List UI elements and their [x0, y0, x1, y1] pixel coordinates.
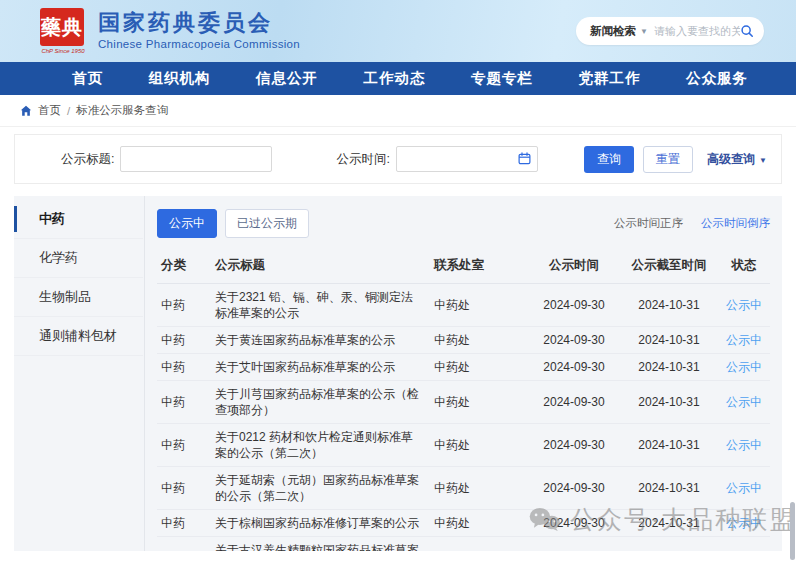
table-row: 中药 关于0212 药材和饮片检定通则标准草案的公示（第二次） 中药处 2024… — [157, 424, 770, 467]
main-panel: 中药 化学药 生物制品 通则辅料包材 公示中 已过公示期 公示时间正序 公示时间… — [14, 196, 782, 551]
row-status-link[interactable]: 公示中 — [726, 360, 762, 374]
row-deadline: 2024-10-31 — [620, 480, 718, 496]
row-deadline: 2024-10-31 — [620, 437, 718, 453]
row-publish-date: 2024-09-30 — [528, 550, 620, 551]
search-category-dropdown[interactable]: 新闻检索 — [590, 24, 636, 39]
row-status-link[interactable]: 公示中 — [726, 438, 762, 452]
sort-time-ascending[interactable]: 公示时间正序 — [614, 216, 683, 231]
scrollbar-thumb[interactable] — [790, 502, 795, 560]
seal-logo: 藥典 ChP Since 1950 — [40, 8, 86, 54]
row-office: 中药处 — [434, 480, 528, 496]
filter-time-input[interactable] — [396, 146, 538, 172]
nav-item-party-work[interactable]: 党群工作 — [579, 69, 641, 88]
row-office: 中药处 — [434, 332, 528, 348]
nav-item-work-news[interactable]: 工作动态 — [364, 69, 426, 88]
table-row: 中药 关于黄连国家药品标准草案的公示 中药处 2024-09-30 2024-1… — [157, 327, 770, 354]
row-category: 中药 — [157, 515, 215, 531]
row-deadline: 2024-10-31 — [620, 394, 718, 410]
advanced-search-link[interactable]: 高级查询▼ — [707, 151, 767, 168]
seal-icon: 藥典 — [40, 8, 84, 46]
site-title: 国家药典委员会 — [98, 10, 300, 36]
tab-in-publicity[interactable]: 公示中 — [157, 209, 217, 238]
row-status-link[interactable]: 公示中 — [726, 298, 762, 312]
row-publish-date: 2024-09-30 — [528, 437, 620, 453]
row-publish-date: 2024-09-30 — [528, 359, 620, 375]
main-nav: 首页 组织机构 信息公开 工作动态 专题专栏 党群工作 公众服务 — [0, 62, 796, 95]
seal-caption: ChP Since 1950 — [40, 48, 86, 54]
nav-item-special-topics[interactable]: 专题专栏 — [471, 69, 533, 88]
table-row: 中药 关于2321 铅、镉、砷、汞、铜测定法标准草案的公示 中药处 2024-0… — [157, 284, 770, 327]
sort-links: 公示时间正序 公示时间倒序 — [596, 216, 770, 231]
row-office: 中药处 — [434, 550, 528, 551]
filter-bar: 公示标题: 公示时间: 查询 重置 高级查询▼ — [14, 134, 782, 184]
sidebar-item-general-excipient-packaging[interactable]: 通则辅料包材 — [14, 317, 143, 356]
category-sidebar: 中药 化学药 生物制品 通则辅料包材 — [14, 196, 145, 551]
row-deadline: 2024-10-31 — [620, 359, 718, 375]
row-category: 中药 — [157, 480, 215, 496]
row-title-link[interactable]: 关于延胡索（元胡）国家药品标准草案的公示（第二次） — [215, 472, 434, 504]
page: 藥典 ChP Since 1950 国家药典委员会 Chinese Pharma… — [0, 0, 796, 563]
home-icon — [20, 105, 32, 117]
nav-item-public-service[interactable]: 公众服务 — [686, 69, 748, 88]
search-icon[interactable] — [740, 24, 754, 38]
column-header-office: 联系处室 — [434, 257, 528, 274]
row-category: 中药 — [157, 394, 215, 410]
sidebar-item-chemical-drug[interactable]: 化学药 — [14, 239, 143, 278]
brand-text: 国家药典委员会 Chinese Pharmacopoeia Commission — [98, 8, 300, 50]
row-category: 中药 — [157, 437, 215, 453]
site-subtitle: Chinese Pharmacopoeia Commission — [98, 38, 300, 50]
advanced-search-label: 高级查询 — [707, 152, 755, 166]
query-button[interactable]: 查询 — [584, 146, 634, 173]
header-search: 新闻检索 ▼ — [576, 17, 764, 45]
sort-time-descending[interactable]: 公示时间倒序 — [701, 216, 770, 231]
calendar-icon[interactable] — [518, 152, 531, 165]
breadcrumb: 首页 / 标准公示服务查询 — [0, 95, 796, 127]
breadcrumb-home[interactable]: 首页 — [38, 103, 61, 118]
search-input[interactable] — [654, 25, 740, 37]
row-office: 中药处 — [434, 394, 528, 410]
nav-item-home[interactable]: 首页 — [72, 69, 103, 88]
row-status-link[interactable]: 公示中 — [726, 481, 762, 495]
row-deadline: 2024-10-31 — [620, 297, 718, 313]
row-deadline: 2024-10-31 — [620, 515, 718, 531]
announcement-table: 分类 公示标题 联系处室 公示时间 公示截至时间 状态 中药 关于2321 铅、… — [157, 250, 770, 551]
column-header-category: 分类 — [157, 257, 215, 274]
row-title-link[interactable]: 关于0212 药材和饮片检定通则标准草案的公示（第二次） — [215, 429, 434, 461]
nav-item-information[interactable]: 信息公开 — [256, 69, 318, 88]
row-title-link[interactable]: 关于古汉养生精颗粒国家药品标准草案的公示 — [215, 542, 434, 551]
row-office: 中药处 — [434, 359, 528, 375]
row-status-link[interactable]: 公示中 — [726, 395, 762, 409]
row-title-link[interactable]: 关于黄连国家药品标准草案的公示 — [215, 332, 434, 348]
column-header-title: 公示标题 — [215, 257, 434, 274]
row-status-link[interactable]: 公示中 — [726, 333, 762, 347]
table-header-row: 分类 公示标题 联系处室 公示时间 公示截至时间 状态 — [157, 250, 770, 284]
chevron-down-icon: ▼ — [640, 27, 648, 36]
tab-expired-publicity[interactable]: 已过公示期 — [225, 209, 309, 238]
row-publish-date: 2024-09-30 — [528, 515, 620, 531]
sidebar-item-tcm[interactable]: 中药 — [14, 200, 143, 239]
column-header-publish-date: 公示时间 — [528, 257, 620, 274]
row-category: 中药 — [157, 332, 215, 348]
row-deadline: 2024-10-31 — [620, 550, 718, 551]
filter-time-label: 公示时间: — [336, 151, 389, 168]
row-title-link[interactable]: 关于川芎国家药品标准草案的公示（检查项部分） — [215, 386, 434, 418]
table-row: 中药 关于古汉养生精颗粒国家药品标准草案的公示 中药处 2024-09-30 2… — [157, 537, 770, 551]
filter-title-label: 公示标题: — [61, 151, 114, 168]
row-category: 中药 — [157, 297, 215, 313]
row-title-link[interactable]: 关于棕榈国家药品标准修订草案的公示 — [215, 515, 434, 531]
nav-item-organization[interactable]: 组织机构 — [149, 69, 211, 88]
breadcrumb-separator: / — [67, 105, 70, 117]
filter-title-input[interactable] — [120, 146, 272, 172]
row-title-link[interactable]: 关于2321 铅、镉、砷、汞、铜测定法标准草案的公示 — [215, 289, 434, 321]
column-header-deadline: 公示截至时间 — [620, 257, 718, 274]
row-publish-date: 2024-09-30 — [528, 480, 620, 496]
row-status-link[interactable]: 公示中 — [726, 516, 762, 530]
row-category: 中药 — [157, 550, 215, 551]
sidebar-item-label: 通则辅料包材 — [39, 327, 117, 345]
row-deadline: 2024-10-31 — [620, 332, 718, 348]
row-title-link[interactable]: 关于艾叶国家药品标准草案的公示 — [215, 359, 434, 375]
brand-logo[interactable]: 藥典 ChP Since 1950 国家药典委员会 Chinese Pharma… — [40, 8, 300, 54]
reset-button[interactable]: 重置 — [643, 146, 693, 173]
sidebar-item-biological-product[interactable]: 生物制品 — [14, 278, 143, 317]
table-row: 中药 关于川芎国家药品标准草案的公示（检查项部分） 中药处 2024-09-30… — [157, 381, 770, 424]
